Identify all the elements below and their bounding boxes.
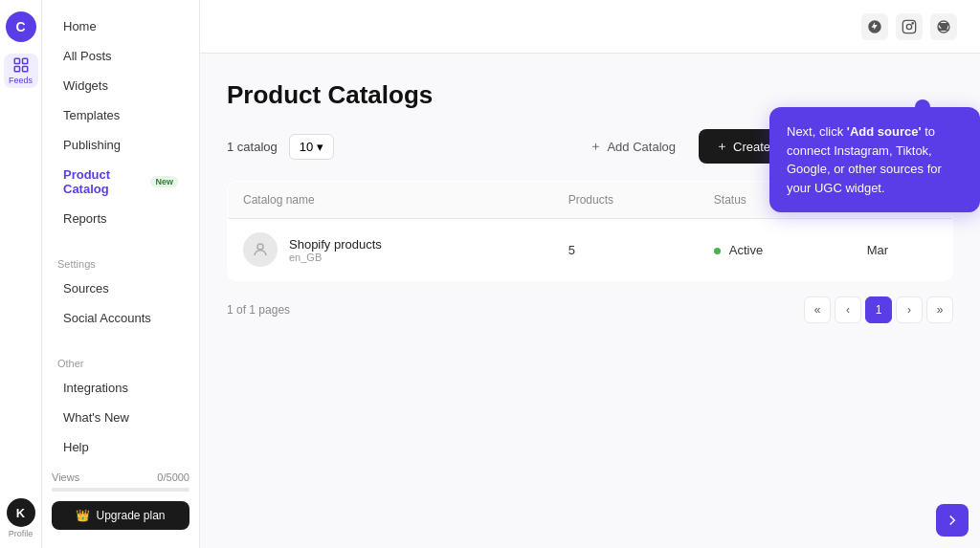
profile-section: K Profile	[7, 489, 35, 548]
main-content: Product Catalogs 1 catalog 10 ▾ ＋ Add Ca…	[200, 0, 980, 548]
sidebar-item-reports[interactable]: Reports	[48, 205, 193, 232]
col-catalog-name: Catalog name	[228, 182, 553, 219]
sidebar-item-help[interactable]: Help	[48, 433, 193, 461]
meta-icon[interactable]	[861, 13, 888, 40]
new-badge: New	[150, 176, 178, 187]
svg-point-7	[257, 244, 263, 250]
col-products: Products	[553, 182, 699, 219]
sidebar-item-widgets[interactable]: Widgets	[48, 72, 193, 99]
tooltip-popup: Next, click 'Add source' to connect Inst…	[769, 107, 980, 212]
svg-rect-0	[14, 58, 19, 63]
sidebar-item-sources[interactable]: Sources	[48, 274, 193, 302]
topbar	[200, 0, 980, 54]
last-cell: Mar	[852, 219, 953, 281]
page-last-button[interactable]: »	[926, 296, 953, 323]
svg-rect-4	[902, 20, 915, 33]
sidebar-item-all-posts[interactable]: All Posts	[48, 42, 193, 70]
tooltip-text-before: Next, click	[787, 124, 847, 139]
catalog-count: 1 catalog	[227, 140, 278, 154]
plus-icon-2: ＋	[716, 138, 728, 155]
settings-label: Settings	[42, 249, 199, 274]
svg-rect-1	[22, 58, 27, 63]
page-next-button[interactable]: ›	[896, 296, 923, 323]
profile-avatar[interactable]: K	[7, 498, 35, 527]
product-catalog-label: Product Catalog	[63, 167, 145, 196]
views-label: Views	[52, 471, 79, 483]
pagination-buttons: « ‹ 1 › »	[804, 296, 953, 323]
product-title: Shopify products	[289, 237, 382, 252]
topbar-icons	[861, 13, 957, 40]
google-icon[interactable]	[930, 13, 957, 40]
page-prev-button[interactable]: ‹	[835, 296, 861, 323]
add-catalog-button[interactable]: ＋ Add Catalog	[578, 130, 687, 163]
sidebar-item-integrations[interactable]: Integrations	[48, 374, 193, 402]
product-locale: en_GB	[289, 252, 382, 263]
sidebar-item-feeds[interactable]: Feeds	[4, 54, 38, 88]
svg-point-6	[912, 22, 913, 23]
product-count-cell: 5	[553, 219, 699, 281]
sidebar-item-templates[interactable]: Templates	[48, 101, 193, 129]
other-label: Other	[42, 348, 199, 373]
chevron-down-icon: ▾	[317, 140, 323, 154]
status-text: Active	[729, 243, 763, 257]
page-content: Product Catalogs 1 catalog 10 ▾ ＋ Add Ca…	[200, 54, 980, 548]
page-info: 1 of 1 pages	[227, 303, 290, 317]
crown-icon: 👑	[76, 509, 90, 522]
sidebar-item-publishing[interactable]: Publishing	[48, 131, 193, 159]
svg-rect-2	[14, 67, 19, 72]
icon-bar: C Feeds K Profile	[0, 0, 42, 548]
sidebar-bottom: Views 0/5000 👑 Upgrade plan	[42, 462, 199, 539]
per-page-value: 10	[300, 140, 313, 154]
plus-icon: ＋	[590, 138, 602, 155]
corner-action-button[interactable]	[936, 504, 969, 537]
progress-bar	[52, 488, 189, 492]
sidebar-item-social-accounts[interactable]: Social Accounts	[48, 304, 193, 332]
svg-point-5	[906, 24, 911, 29]
pagination-row: 1 of 1 pages « ‹ 1 › »	[227, 296, 953, 323]
feeds-label: Feeds	[9, 76, 33, 85]
page-first-button[interactable]: «	[804, 296, 831, 323]
tooltip-bold: 'Add source'	[847, 124, 922, 139]
per-page-select[interactable]: 10 ▾	[289, 134, 334, 160]
sidebar-item-product-catalog[interactable]: Product Catalog New	[48, 161, 193, 203]
sidebar-item-home[interactable]: Home	[48, 12, 193, 40]
views-value: 0/5000	[157, 471, 189, 483]
page-title: Product Catalogs	[227, 80, 953, 110]
svg-rect-3	[22, 67, 27, 72]
add-catalog-label: Add Catalog	[607, 140, 676, 154]
profile-label: Profile	[9, 529, 33, 538]
upgrade-button[interactable]: 👑 Upgrade plan	[52, 501, 189, 530]
app-logo[interactable]: C	[6, 11, 36, 42]
page-current-button[interactable]: 1	[865, 296, 892, 323]
upgrade-label: Upgrade plan	[96, 509, 165, 522]
sidebar: Home All Posts Widgets Templates Publish…	[42, 0, 200, 548]
sidebar-item-whats-new[interactable]: What's New	[48, 404, 193, 431]
product-avatar	[243, 232, 278, 267]
instagram-icon[interactable]	[896, 13, 923, 40]
status-dot	[714, 248, 721, 254]
status-cell: Active	[699, 219, 852, 281]
table-row: Shopify products en_GB 5 Active Mar	[228, 219, 953, 281]
product-name-cell: Shopify products en_GB	[228, 219, 553, 281]
